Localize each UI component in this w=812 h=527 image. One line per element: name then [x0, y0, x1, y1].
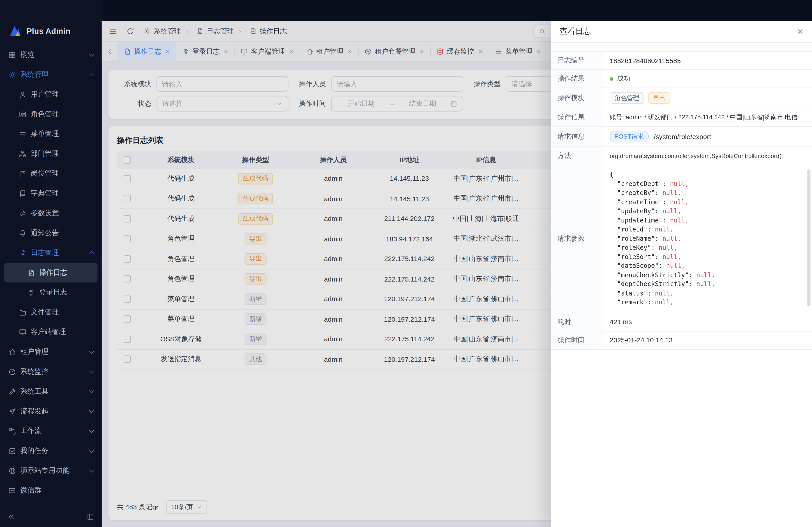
- operation-time-value: 2025-01-24 10:14:13: [603, 331, 812, 349]
- detail-row-request: 请求信息 POST请求 /system/role/export: [551, 127, 812, 147]
- json-line: "remark": null,: [610, 298, 804, 307]
- success-status-dot: [610, 77, 613, 80]
- json-line: "createDept": null,: [610, 180, 804, 189]
- field-label: 方法: [551, 147, 603, 165]
- log-details-table: 日志编号 1882612840802115585 操作结果 成功 操作模块 角色…: [551, 51, 812, 350]
- detail-row-method: 方法 org.dromara.system.controller.system.…: [551, 147, 812, 165]
- json-line: "status": null,: [610, 289, 804, 298]
- action-tag: 导出: [648, 92, 670, 104]
- module-tag: 角色管理: [610, 92, 644, 104]
- detail-row-time: 操作时间 2025-01-24 10:14:13: [551, 331, 812, 349]
- detail-row-result: 操作结果 成功: [551, 70, 812, 88]
- scrollbar-thumb[interactable]: [807, 169, 810, 306]
- json-line: "dataScope": null,: [610, 262, 804, 271]
- result-text: 成功: [617, 74, 630, 84]
- close-icon[interactable]: ✕: [797, 27, 804, 35]
- operation-info-value: 账号: admin / 研发部门 / 222.175.114.242 / 中国|…: [610, 113, 797, 122]
- duration-value: 421 ms: [603, 313, 812, 331]
- json-line: "roleSort": null,: [610, 253, 804, 261]
- detail-row-duration: 耗时 421 ms: [551, 313, 812, 331]
- json-line: "deptCheckStrictly": null,: [610, 280, 804, 289]
- detail-row-params: 请求参数 { "createDept": null, "createBy": n…: [551, 165, 812, 313]
- request-params-json[interactable]: { "createDept": null, "createBy": null, …: [610, 169, 804, 308]
- json-line: "createBy": null,: [610, 189, 804, 198]
- request-url-value: /system/role/export: [654, 133, 711, 140]
- json-line: "menuCheckStrictly": null,: [610, 271, 804, 280]
- java-method-value: org.dromara.system.controller.system.Sys…: [610, 153, 782, 159]
- drawer-header: 查看日志 ✕: [551, 21, 812, 43]
- detail-row-info: 操作信息 账号: admin / 研发部门 / 222.175.114.242 …: [551, 108, 812, 127]
- json-line: "roleId": null,: [610, 225, 804, 234]
- field-label: 耗时: [551, 313, 603, 331]
- json-line: "roleName": null,: [610, 234, 804, 243]
- json-line: "createTime": null,: [610, 198, 804, 207]
- field-label: 请求信息: [551, 127, 603, 147]
- log-id-value: 1882612840802115585: [603, 51, 812, 70]
- json-line: "roleKey": null,: [610, 243, 804, 253]
- json-line: {: [610, 170, 804, 179]
- field-label: 日志编号: [551, 51, 603, 70]
- json-line: "updateBy": null,: [610, 207, 804, 216]
- field-label: 操作信息: [551, 108, 603, 126]
- detail-row-log-id: 日志编号 1882612840802115585: [551, 51, 812, 70]
- field-label: 操作时间: [551, 331, 603, 349]
- http-method-tag: POST请求: [610, 131, 649, 142]
- field-label: 操作模块: [551, 88, 603, 108]
- field-label: 请求参数: [551, 165, 603, 312]
- field-label: 操作结果: [551, 70, 603, 88]
- drawer-title: 查看日志: [560, 27, 591, 36]
- view-log-drawer: 查看日志 ✕ 日志编号 1882612840802115585 操作结果 成功 …: [551, 21, 812, 527]
- detail-row-module: 操作模块 角色管理 导出: [551, 88, 812, 108]
- app-root: Plus Admin 概览 系统管理 用户管理: [0, 0, 812, 527]
- json-line: "updateTime": null,: [610, 216, 804, 225]
